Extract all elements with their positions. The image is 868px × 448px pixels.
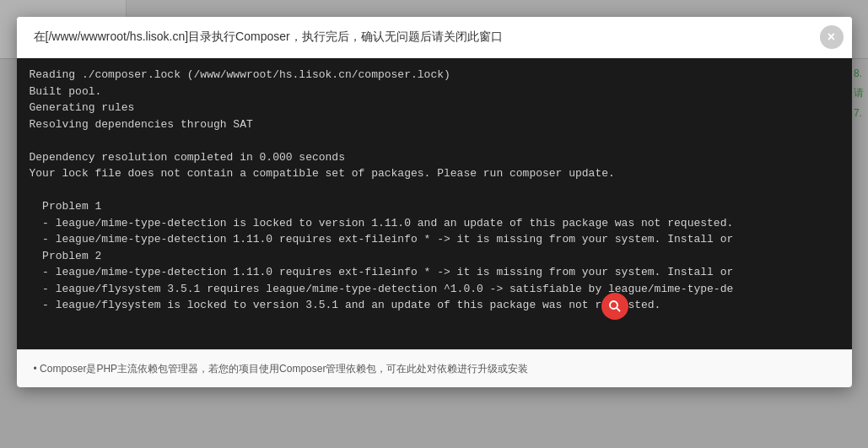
search-icon	[607, 299, 623, 314]
bottom-info-text: Composer是PHP主流依赖包管理器，若您的项目使用Composer管理依赖…	[34, 362, 529, 376]
modal-dialog: 在[/www/wwwroot/hs.lisok.cn]目录执行Composer，…	[17, 17, 852, 387]
search-button[interactable]	[601, 293, 628, 320]
svg-point-0	[610, 301, 617, 309]
modal-title: 在[/www/wwwroot/hs.lisok.cn]目录执行Composer，…	[34, 30, 503, 43]
terminal-output[interactable]: Reading ./composer.lock (/www/wwwroot/hs…	[17, 58, 852, 370]
bottom-info-bar: Composer是PHP主流依赖包管理器，若您的项目使用Composer管理依赖…	[17, 349, 852, 387]
modal-overlay: 在[/www/wwwroot/hs.lisok.cn]目录执行Composer，…	[0, 0, 868, 448]
close-icon: ×	[828, 30, 835, 45]
modal-close-button[interactable]: ×	[820, 25, 844, 49]
svg-line-1	[616, 308, 619, 311]
modal-header: 在[/www/wwwroot/hs.lisok.cn]目录执行Composer，…	[17, 17, 852, 58]
